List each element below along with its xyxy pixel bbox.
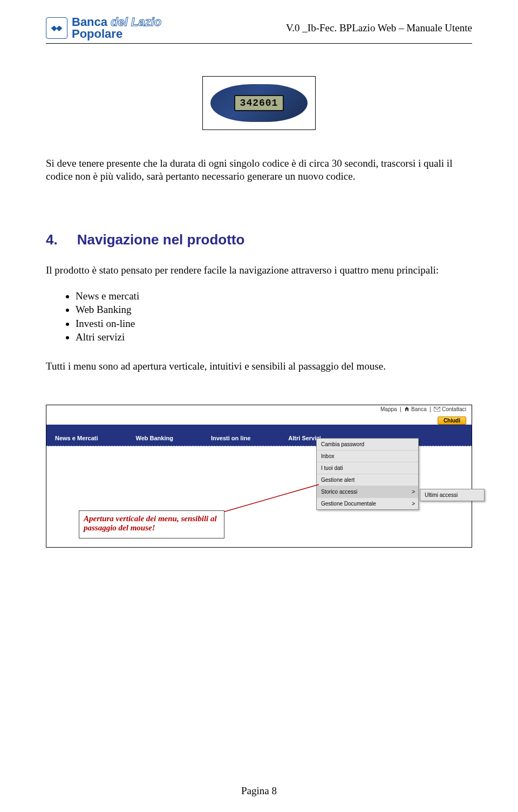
dropdown-item-label: Storico accessi bbox=[321, 489, 357, 495]
page-footer: Pagina 8 bbox=[0, 785, 518, 797]
top-link-contattaci[interactable]: Contattaci bbox=[442, 406, 466, 412]
menu-item-webbanking[interactable]: Web Banking bbox=[135, 435, 173, 446]
menu-item-investi[interactable]: Investi on line bbox=[211, 435, 250, 446]
flyout-submenu[interactable]: Ultimi accessi bbox=[420, 489, 485, 501]
token-code-display: 342601 bbox=[234, 95, 284, 111]
flyout-item-label: Ultimi accessi bbox=[425, 492, 458, 498]
logo-text: Banca del Lazio Popolare bbox=[72, 16, 161, 40]
token-description: Si deve tenere presente che la durata di… bbox=[46, 157, 472, 183]
section-intro: Il prodotto è stato pensato per rendere … bbox=[46, 264, 472, 276]
dropdown-item[interactable]: Inbox bbox=[317, 450, 418, 462]
home-icon bbox=[404, 406, 410, 413]
section-title: Navigazione nel prodotto bbox=[77, 231, 245, 248]
document-title: V.0 _Ib-Fec. BPLazio Web – Manuale Utent… bbox=[286, 22, 472, 34]
token-device-icon: 342601 bbox=[210, 84, 308, 122]
chevron-right-icon: > bbox=[412, 489, 415, 495]
callout-connector-line bbox=[214, 483, 322, 516]
dropdown-item[interactable]: I tuoi dati bbox=[317, 462, 418, 474]
dropdown-item-label: Gestione Documentale bbox=[321, 501, 376, 507]
top-link-mappa[interactable]: Mappa bbox=[380, 406, 397, 412]
dropdown-menu: Cambia password Inbox I tuoi dati Gestio… bbox=[316, 438, 419, 510]
menu-bullet-list: News e mercati Web Banking Investi on-li… bbox=[76, 289, 472, 345]
chevron-right-icon: > bbox=[412, 501, 415, 507]
list-item: Altri servizi bbox=[76, 330, 472, 344]
page-header: Banca del Lazio Popolare V.0 _Ib-Fec. BP… bbox=[46, 16, 472, 43]
app-close-row: Chiudi bbox=[46, 414, 472, 425]
handshake-icon bbox=[49, 20, 65, 36]
closing-paragraph: Tutti i menu sono ad apertura verticale,… bbox=[46, 360, 472, 372]
dropdown-item[interactable]: Gestione alert bbox=[317, 474, 418, 486]
section-number: 4. bbox=[46, 231, 58, 248]
token-figure: 342601 bbox=[202, 76, 316, 130]
logo-mark-icon bbox=[46, 17, 67, 39]
app-screenshot: Mappa | Banca | Contattaci Chiudi News e… bbox=[46, 405, 472, 548]
mail-icon bbox=[434, 407, 440, 413]
dropdown-item-gestione-doc[interactable]: Gestione Documentale > bbox=[317, 497, 418, 509]
list-item: Web Banking bbox=[76, 303, 472, 317]
logo-line2: Popolare bbox=[72, 28, 161, 40]
brand-logo: Banca del Lazio Popolare bbox=[46, 16, 161, 40]
header-rule bbox=[46, 43, 472, 44]
section-heading: 4. Navigazione nel prodotto bbox=[46, 231, 472, 248]
dropdown-item-storico[interactable]: Storico accessi > bbox=[317, 486, 418, 497]
top-link-banca[interactable]: Banca bbox=[411, 406, 426, 412]
list-item: News e mercati bbox=[76, 289, 472, 303]
menu-item-news[interactable]: News e Mercati bbox=[55, 435, 98, 446]
list-item: Investi on-line bbox=[76, 317, 472, 331]
close-button[interactable]: Chiudi bbox=[438, 417, 466, 425]
app-top-links: Mappa | Banca | Contattaci bbox=[46, 405, 472, 414]
svg-line-1 bbox=[214, 485, 319, 515]
dropdown-item[interactable]: Cambia password bbox=[317, 439, 418, 450]
callout-annotation: Apertura verticale dei menu, sensibili a… bbox=[79, 510, 224, 538]
